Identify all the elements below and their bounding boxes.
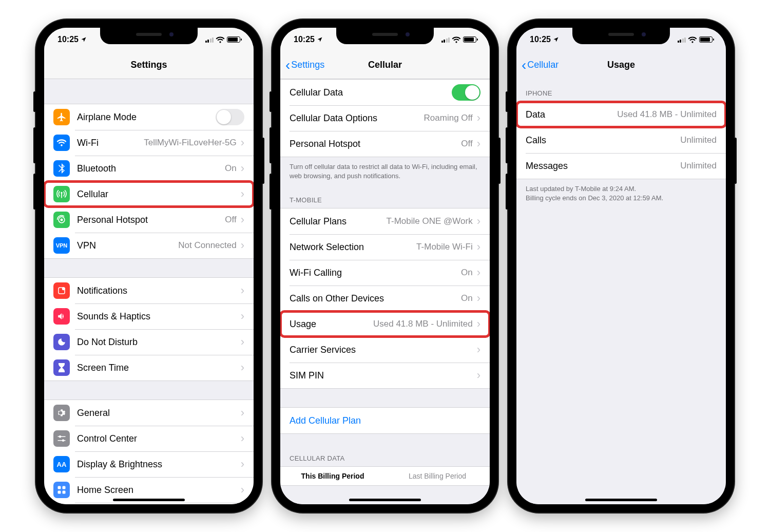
notch: [100, 28, 198, 44]
row-cellular[interactable]: Cellular ›: [44, 181, 254, 207]
phone-cellular: 10:25 ‹Settings Cellular Cellular Data C…: [272, 20, 498, 512]
row-label: Do Not Disturb: [77, 337, 237, 348]
battery-icon: [699, 36, 713, 43]
row-add-plan[interactable]: Add Cellular Plan: [280, 408, 490, 433]
row-label: Personal Hotspot: [77, 215, 225, 225]
row-label: Display & Brightness: [77, 459, 237, 470]
notifications-icon: [53, 282, 70, 299]
chevron-right-icon: ›: [477, 215, 480, 228]
row-label: Wi-Fi Calling: [290, 268, 461, 278]
tab-last-period[interactable]: Last Billing Period: [385, 472, 490, 480]
row-data-options[interactable]: Cellular Data Options Roaming Off ›: [280, 105, 490, 131]
row-value: On: [225, 163, 237, 174]
chevron-right-icon: ›: [241, 213, 244, 226]
row-calls[interactable]: Calls Unlimited: [516, 127, 726, 153]
location-icon: [553, 36, 559, 43]
row-calls-other[interactable]: Calls on Other Devices On ›: [280, 286, 490, 311]
row-value: Not Connected: [178, 240, 236, 251]
row-label: Wi-Fi: [77, 138, 144, 148]
row-value: Roaming Off: [424, 113, 473, 123]
row-wifi[interactable]: Wi-Fi TellMyWi-FiLoveHer-5G ›: [44, 130, 254, 156]
location-icon: [317, 36, 323, 43]
chevron-right-icon: ›: [477, 266, 480, 279]
notch: [572, 28, 670, 44]
row-label: Notifications: [77, 286, 237, 296]
chevron-right-icon: ›: [477, 292, 480, 305]
svg-rect-8: [58, 486, 61, 489]
row-hotspot[interactable]: Personal Hotspot Off ›: [280, 131, 490, 157]
controls-icon: [53, 430, 70, 447]
row-hotspot[interactable]: Personal Hotspot Off ›: [44, 207, 254, 233]
row-sim-pin[interactable]: SIM PIN ›: [280, 363, 490, 388]
row-plans[interactable]: Cellular Plans T-Mobile ONE @Work ›: [280, 208, 490, 234]
row-messages[interactable]: Messages Unlimited: [516, 153, 726, 179]
chevron-right-icon: ›: [241, 406, 244, 420]
cellular-data-footer: Turn off cellular data to restrict all d…: [280, 157, 490, 186]
svg-point-5: [59, 435, 62, 438]
row-data[interactable]: Data Used 41.8 MB - Unlimited: [516, 102, 726, 127]
page-title: Cellular: [368, 60, 402, 70]
row-notifications[interactable]: Notifications ›: [44, 278, 254, 303]
display-icon: AA: [53, 456, 70, 472]
back-button[interactable]: ‹Cellular: [522, 58, 559, 72]
row-control-center[interactable]: Control Center ›: [44, 426, 254, 451]
row-accessibility[interactable]: Accessibility ›: [44, 503, 254, 504]
row-general[interactable]: General ›: [44, 400, 254, 426]
row-label: Cellular Plans: [290, 216, 387, 227]
row-label: Bluetooth: [77, 163, 225, 174]
svg-point-0: [61, 219, 63, 221]
row-label: Calls on Other Devices: [290, 293, 461, 304]
gear-icon: [53, 405, 70, 421]
notch: [336, 28, 434, 44]
row-label: SIM PIN: [290, 370, 473, 381]
row-cellular-data[interactable]: Cellular Data: [280, 80, 490, 105]
row-dnd[interactable]: Do Not Disturb ›: [44, 329, 254, 355]
signal-icon: [678, 36, 686, 43]
highlight-data: Data Used 41.8 MB - Unlimited: [516, 102, 726, 127]
home-indicator[interactable]: [113, 499, 185, 501]
row-wifi-calling[interactable]: Wi-Fi Calling On ›: [280, 260, 490, 286]
apps-icon: [53, 482, 70, 498]
wifi-icon: [688, 36, 697, 43]
chevron-right-icon: ›: [241, 483, 244, 497]
row-vpn[interactable]: VPN VPN Not Connected ›: [44, 233, 254, 258]
chevron-right-icon: ›: [477, 137, 480, 150]
row-airplane-mode[interactable]: Airplane Mode: [44, 104, 254, 130]
tab-this-period[interactable]: This Billing Period: [280, 472, 385, 480]
row-value: Unlimited: [680, 135, 717, 145]
row-value: On: [461, 293, 473, 303]
row-sounds[interactable]: Sounds & Haptics ›: [44, 303, 254, 329]
home-indicator[interactable]: [585, 499, 657, 501]
home-indicator[interactable]: [349, 499, 421, 501]
row-label: Add Cellular Plan: [290, 415, 480, 426]
row-display[interactable]: AA Display & Brightness ›: [44, 451, 254, 477]
row-screentime[interactable]: Screen Time ›: [44, 355, 254, 381]
highlight-cellular: Cellular ›: [44, 181, 254, 207]
page-title: Settings: [130, 60, 167, 70]
navbar: Settings: [44, 51, 254, 79]
airplane-toggle[interactable]: [216, 109, 244, 125]
chevron-right-icon: ›: [241, 361, 244, 374]
moon-icon: [53, 334, 70, 350]
row-label: Carrier Services: [290, 345, 473, 355]
airplane-icon: [53, 109, 70, 125]
row-label: Usage: [290, 319, 373, 330]
signal-icon: [205, 36, 214, 43]
row-carrier-services[interactable]: Carrier Services ›: [280, 337, 490, 363]
back-label: Cellular: [527, 60, 559, 70]
chevron-right-icon: ›: [477, 369, 480, 382]
chevron-right-icon: ›: [241, 239, 244, 252]
cellular-data-toggle[interactable]: [452, 84, 480, 101]
bluetooth-icon: [53, 160, 70, 177]
chevron-left-icon: ‹: [522, 58, 526, 72]
location-icon: [81, 36, 87, 43]
row-usage[interactable]: Usage Used 41.8 MB - Unlimited ›: [280, 311, 490, 337]
row-bluetooth[interactable]: Bluetooth On ›: [44, 156, 254, 181]
chevron-right-icon: ›: [241, 136, 244, 149]
row-network[interactable]: Network Selection T-Mobile Wi-Fi ›: [280, 234, 490, 260]
chevron-right-icon: ›: [241, 310, 244, 323]
back-button[interactable]: ‹Settings: [285, 58, 324, 72]
row-label: Calls: [526, 135, 680, 146]
svg-point-3: [62, 287, 65, 290]
row-label: Cellular Data Options: [290, 113, 424, 124]
